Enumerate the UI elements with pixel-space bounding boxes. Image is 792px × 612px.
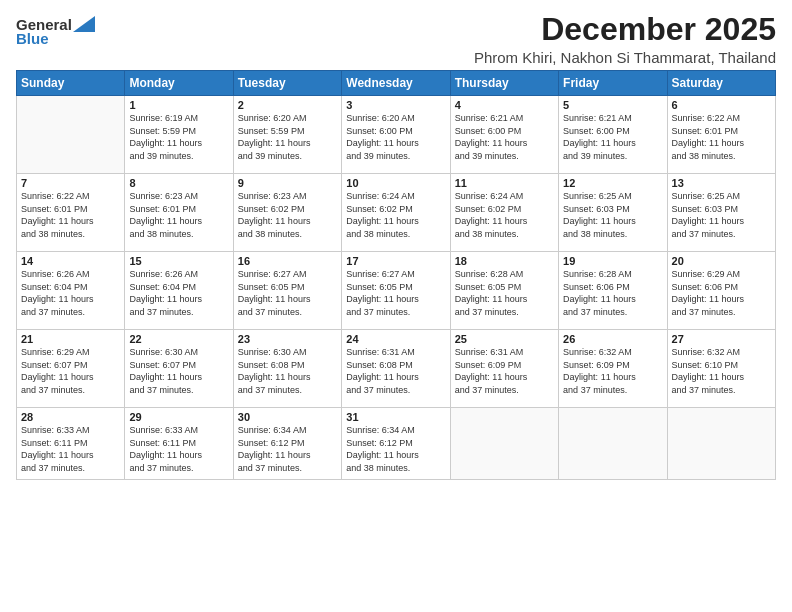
day-info: Sunrise: 6:34 AMSunset: 6:12 PMDaylight:…: [238, 424, 337, 474]
day-info: Sunrise: 6:34 AMSunset: 6:12 PMDaylight:…: [346, 424, 445, 474]
calendar-cell: 22Sunrise: 6:30 AMSunset: 6:07 PMDayligh…: [125, 330, 233, 408]
day-number: 12: [563, 177, 662, 189]
calendar-cell: 18Sunrise: 6:28 AMSunset: 6:05 PMDayligh…: [450, 252, 558, 330]
day-number: 17: [346, 255, 445, 267]
logo-blue: Blue: [16, 30, 49, 47]
day-number: 27: [672, 333, 771, 345]
calendar-cell: [667, 408, 775, 480]
day-info: Sunrise: 6:27 AMSunset: 6:05 PMDaylight:…: [238, 268, 337, 318]
calendar-cell: 17Sunrise: 6:27 AMSunset: 6:05 PMDayligh…: [342, 252, 450, 330]
col-monday: Monday: [125, 71, 233, 96]
calendar-cell: 7Sunrise: 6:22 AMSunset: 6:01 PMDaylight…: [17, 174, 125, 252]
day-number: 23: [238, 333, 337, 345]
day-number: 14: [21, 255, 120, 267]
day-info: Sunrise: 6:30 AMSunset: 6:07 PMDaylight:…: [129, 346, 228, 396]
day-info: Sunrise: 6:19 AMSunset: 5:59 PMDaylight:…: [129, 112, 228, 162]
day-number: 9: [238, 177, 337, 189]
calendar-cell: 16Sunrise: 6:27 AMSunset: 6:05 PMDayligh…: [233, 252, 341, 330]
day-number: 15: [129, 255, 228, 267]
calendar-cell: 27Sunrise: 6:32 AMSunset: 6:10 PMDayligh…: [667, 330, 775, 408]
calendar-cell: 13Sunrise: 6:25 AMSunset: 6:03 PMDayligh…: [667, 174, 775, 252]
col-friday: Friday: [559, 71, 667, 96]
day-number: 6: [672, 99, 771, 111]
calendar-cell: 9Sunrise: 6:23 AMSunset: 6:02 PMDaylight…: [233, 174, 341, 252]
day-info: Sunrise: 6:31 AMSunset: 6:09 PMDaylight:…: [455, 346, 554, 396]
day-info: Sunrise: 6:26 AMSunset: 6:04 PMDaylight:…: [21, 268, 120, 318]
calendar-cell: 6Sunrise: 6:22 AMSunset: 6:01 PMDaylight…: [667, 96, 775, 174]
calendar-week-1: 1Sunrise: 6:19 AMSunset: 5:59 PMDaylight…: [17, 96, 776, 174]
svg-marker-0: [73, 16, 95, 32]
day-info: Sunrise: 6:29 AMSunset: 6:06 PMDaylight:…: [672, 268, 771, 318]
day-info: Sunrise: 6:23 AMSunset: 6:01 PMDaylight:…: [129, 190, 228, 240]
header: General Blue December 2025 Phrom Khiri, …: [16, 12, 776, 66]
day-info: Sunrise: 6:21 AMSunset: 6:00 PMDaylight:…: [563, 112, 662, 162]
calendar-week-3: 14Sunrise: 6:26 AMSunset: 6:04 PMDayligh…: [17, 252, 776, 330]
day-number: 10: [346, 177, 445, 189]
day-number: 30: [238, 411, 337, 423]
day-info: Sunrise: 6:28 AMSunset: 6:05 PMDaylight:…: [455, 268, 554, 318]
day-info: Sunrise: 6:25 AMSunset: 6:03 PMDaylight:…: [563, 190, 662, 240]
calendar-cell: 2Sunrise: 6:20 AMSunset: 5:59 PMDaylight…: [233, 96, 341, 174]
col-thursday: Thursday: [450, 71, 558, 96]
day-info: Sunrise: 6:23 AMSunset: 6:02 PMDaylight:…: [238, 190, 337, 240]
day-info: Sunrise: 6:33 AMSunset: 6:11 PMDaylight:…: [21, 424, 120, 474]
calendar-week-2: 7Sunrise: 6:22 AMSunset: 6:01 PMDaylight…: [17, 174, 776, 252]
day-number: 8: [129, 177, 228, 189]
day-info: Sunrise: 6:21 AMSunset: 6:00 PMDaylight:…: [455, 112, 554, 162]
day-info: Sunrise: 6:20 AMSunset: 6:00 PMDaylight:…: [346, 112, 445, 162]
calendar-cell: 12Sunrise: 6:25 AMSunset: 6:03 PMDayligh…: [559, 174, 667, 252]
calendar-title: December 2025: [474, 12, 776, 47]
calendar-cell: 15Sunrise: 6:26 AMSunset: 6:04 PMDayligh…: [125, 252, 233, 330]
calendar-cell: 24Sunrise: 6:31 AMSunset: 6:08 PMDayligh…: [342, 330, 450, 408]
day-number: 25: [455, 333, 554, 345]
day-info: Sunrise: 6:25 AMSunset: 6:03 PMDaylight:…: [672, 190, 771, 240]
day-number: 21: [21, 333, 120, 345]
calendar-cell: 10Sunrise: 6:24 AMSunset: 6:02 PMDayligh…: [342, 174, 450, 252]
day-number: 13: [672, 177, 771, 189]
calendar-cell: [450, 408, 558, 480]
calendar-subtitle: Phrom Khiri, Nakhon Si Thammarat, Thaila…: [474, 49, 776, 66]
col-sunday: Sunday: [17, 71, 125, 96]
day-number: 19: [563, 255, 662, 267]
day-info: Sunrise: 6:30 AMSunset: 6:08 PMDaylight:…: [238, 346, 337, 396]
day-number: 1: [129, 99, 228, 111]
day-number: 29: [129, 411, 228, 423]
day-info: Sunrise: 6:24 AMSunset: 6:02 PMDaylight:…: [346, 190, 445, 240]
day-info: Sunrise: 6:20 AMSunset: 5:59 PMDaylight:…: [238, 112, 337, 162]
day-number: 4: [455, 99, 554, 111]
day-number: 22: [129, 333, 228, 345]
col-saturday: Saturday: [667, 71, 775, 96]
calendar-cell: 28Sunrise: 6:33 AMSunset: 6:11 PMDayligh…: [17, 408, 125, 480]
calendar-cell: [559, 408, 667, 480]
day-info: Sunrise: 6:26 AMSunset: 6:04 PMDaylight:…: [129, 268, 228, 318]
calendar-cell: 1Sunrise: 6:19 AMSunset: 5:59 PMDaylight…: [125, 96, 233, 174]
day-number: 2: [238, 99, 337, 111]
col-wednesday: Wednesday: [342, 71, 450, 96]
calendar-cell: 25Sunrise: 6:31 AMSunset: 6:09 PMDayligh…: [450, 330, 558, 408]
calendar-cell: 29Sunrise: 6:33 AMSunset: 6:11 PMDayligh…: [125, 408, 233, 480]
calendar-cell: [17, 96, 125, 174]
day-number: 20: [672, 255, 771, 267]
calendar-cell: 11Sunrise: 6:24 AMSunset: 6:02 PMDayligh…: [450, 174, 558, 252]
calendar-cell: 5Sunrise: 6:21 AMSunset: 6:00 PMDaylight…: [559, 96, 667, 174]
day-info: Sunrise: 6:24 AMSunset: 6:02 PMDaylight:…: [455, 190, 554, 240]
day-info: Sunrise: 6:29 AMSunset: 6:07 PMDaylight:…: [21, 346, 120, 396]
day-number: 26: [563, 333, 662, 345]
day-number: 16: [238, 255, 337, 267]
calendar-cell: 19Sunrise: 6:28 AMSunset: 6:06 PMDayligh…: [559, 252, 667, 330]
day-info: Sunrise: 6:27 AMSunset: 6:05 PMDaylight:…: [346, 268, 445, 318]
calendar-table: Sunday Monday Tuesday Wednesday Thursday…: [16, 70, 776, 480]
calendar-cell: 30Sunrise: 6:34 AMSunset: 6:12 PMDayligh…: [233, 408, 341, 480]
calendar-header-row: Sunday Monday Tuesday Wednesday Thursday…: [17, 71, 776, 96]
calendar-week-5: 28Sunrise: 6:33 AMSunset: 6:11 PMDayligh…: [17, 408, 776, 480]
day-number: 5: [563, 99, 662, 111]
col-tuesday: Tuesday: [233, 71, 341, 96]
calendar-cell: 23Sunrise: 6:30 AMSunset: 6:08 PMDayligh…: [233, 330, 341, 408]
calendar-cell: 8Sunrise: 6:23 AMSunset: 6:01 PMDaylight…: [125, 174, 233, 252]
day-info: Sunrise: 6:28 AMSunset: 6:06 PMDaylight:…: [563, 268, 662, 318]
day-info: Sunrise: 6:31 AMSunset: 6:08 PMDaylight:…: [346, 346, 445, 396]
calendar-cell: 26Sunrise: 6:32 AMSunset: 6:09 PMDayligh…: [559, 330, 667, 408]
day-number: 7: [21, 177, 120, 189]
logo-icon: [73, 16, 95, 32]
calendar-cell: 21Sunrise: 6:29 AMSunset: 6:07 PMDayligh…: [17, 330, 125, 408]
